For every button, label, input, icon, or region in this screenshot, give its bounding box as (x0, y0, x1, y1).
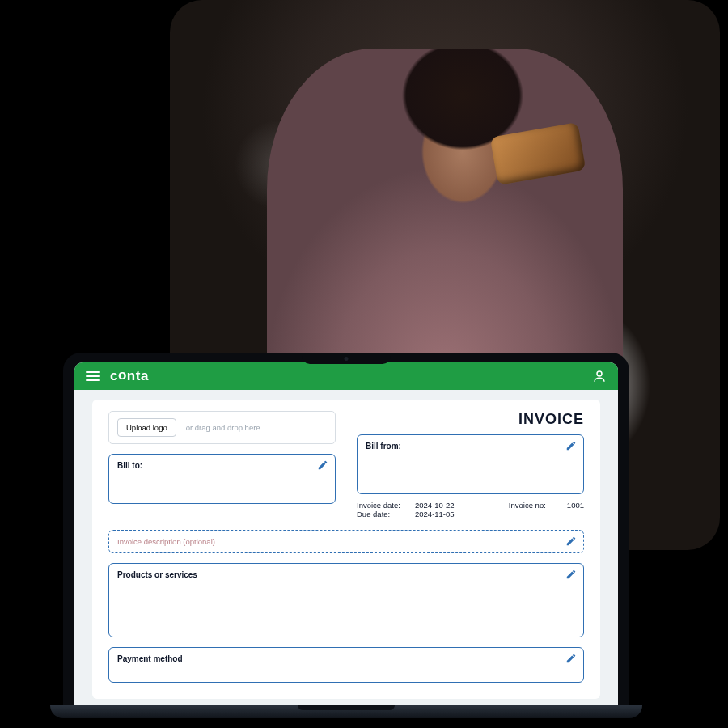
invoice-meta: Invoice date:2024-10-22 Due date:2024-11… (357, 501, 584, 518)
upload-logo-button[interactable]: Upload logo (117, 418, 176, 437)
user-icon[interactable] (592, 369, 607, 383)
brand-logo[interactable]: conta (110, 368, 149, 384)
invoice-description-input[interactable]: Invoice description (optional) (108, 530, 584, 553)
logo-upload[interactable]: Upload logo or drag and drop here (108, 411, 336, 444)
bill-to-panel[interactable]: Bill to: (108, 454, 336, 504)
invoice-title: INVOICE (357, 411, 584, 428)
payment-panel[interactable]: Payment method (108, 647, 584, 683)
laptop-screen: conta Upload logo or drag and drop here (74, 362, 618, 709)
description-placeholder: Invoice description (optional) (117, 537, 215, 546)
upload-hint: or drag and drop here (186, 423, 260, 432)
laptop-notch (302, 353, 391, 364)
invoice-date-label: Invoice date: (357, 501, 407, 510)
laptop-frame: conta Upload logo or drag and drop here (63, 353, 629, 709)
invoice-no-label: Invoice no: (509, 501, 559, 510)
invoice-no-value: 1001 (567, 501, 584, 510)
menu-icon[interactable] (86, 371, 100, 381)
pencil-icon[interactable] (317, 459, 328, 471)
app-topbar: conta (74, 362, 618, 390)
bill-from-label: Bill from: (366, 442, 401, 451)
laptop-base (50, 705, 642, 718)
pencil-icon[interactable] (565, 535, 577, 547)
due-date-label: Due date: (357, 510, 407, 518)
products-panel[interactable]: Products or services (108, 563, 584, 637)
invoice-page: Upload logo or drag and drop here Bill t… (92, 400, 600, 699)
bill-from-panel[interactable]: Bill from: (357, 434, 584, 494)
products-label: Products or services (117, 570, 197, 579)
pencil-icon[interactable] (565, 440, 577, 451)
pencil-icon[interactable] (565, 653, 577, 664)
pencil-icon[interactable] (565, 569, 577, 580)
svg-point-0 (597, 371, 602, 376)
bill-to-label: Bill to: (117, 461, 142, 470)
due-date-value: 2024-11-05 (415, 510, 455, 518)
invoice-date-value: 2024-10-22 (415, 501, 455, 510)
payment-label: Payment method (117, 654, 183, 663)
